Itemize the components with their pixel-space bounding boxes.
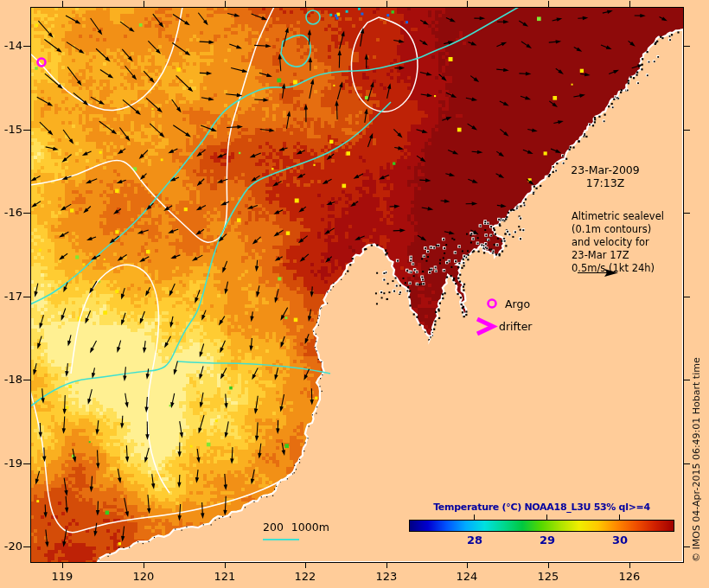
lon-label: 124 (452, 570, 482, 583)
altimetric-line: 0.5m/s (1kt 24h) (572, 262, 664, 275)
colorbar-tick-label-29: 29 (530, 534, 565, 546)
lat-label: -15 (0, 123, 22, 137)
lat-label: -14 (0, 39, 22, 53)
altimetric-line: (0.1m contours) (572, 223, 664, 236)
lat-label: -18 (0, 373, 22, 387)
lat-label: -19 (0, 457, 22, 470)
lon-label: 122 (291, 570, 320, 583)
lon-label: 121 (210, 570, 240, 583)
colorbar-tick-label-30: 30 (603, 534, 637, 546)
altimetric-line: 23-Mar 17Z (572, 249, 664, 262)
lon-label: 125 (533, 570, 563, 583)
drifter-legend-label: drifter (499, 320, 532, 333)
lat-label: -20 (0, 540, 22, 553)
altimetric-line: Altimetric sealevel (572, 210, 664, 223)
colorbar-title: Temperature (°C) NOAA18_L3U 53% ql>=4 (409, 502, 674, 513)
lon-label: 126 (615, 570, 644, 583)
lon-label: 120 (129, 570, 158, 583)
copyright-stamp: © IMOS 04-Apr-2015 06:49:01 Hobart time (691, 357, 702, 562)
timestamp-annotation: 23-Mar-2009 17:13Z (553, 163, 657, 189)
altimetric-line: and velocity for (572, 236, 664, 249)
imos-sst-map-figure: { "title_block": { "date": "23-Mar-2009"… (0, 0, 709, 588)
lon-label: 123 (372, 570, 401, 583)
lon-label: 119 (48, 570, 77, 583)
time-label: 17:13Z (553, 176, 657, 189)
lat-label: -17 (0, 290, 22, 304)
colorbar-tick-label-28: 28 (457, 534, 492, 546)
depth-contour-scale-label: 200 1000m (263, 521, 329, 534)
date-label: 23-Mar-2009 (553, 163, 657, 176)
argo-legend-label: Argo (505, 297, 530, 310)
sst-map-canvas (0, 0, 709, 588)
lat-label: -16 (0, 206, 22, 220)
altimetric-note: Altimetric sealevel (0.1m contours) and … (572, 210, 664, 275)
